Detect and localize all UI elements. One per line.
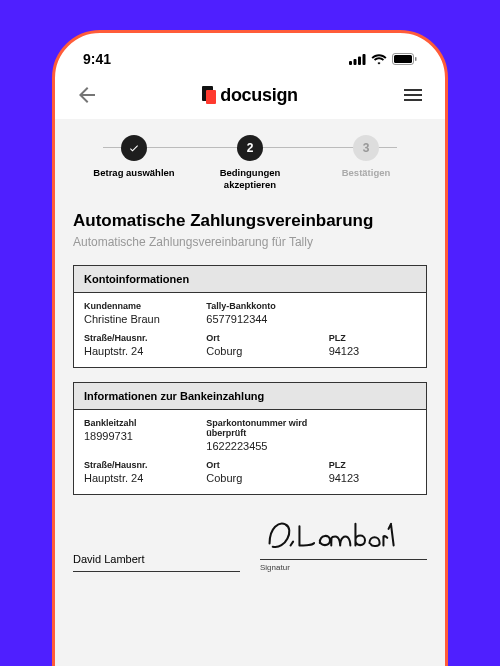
stepper: Betrag auswählen 2 Bedingungen akzeptier… [73,135,427,191]
customer-label: Kundenname [84,301,206,311]
step-1-label: Betrag auswählen [93,167,174,179]
status-icons [349,53,417,65]
signal-icon [349,54,366,65]
check-icon [128,142,140,154]
bank-header: Informationen zur Bankeinzahlung [74,383,426,410]
back-icon[interactable] [75,83,99,107]
signature-caption: Signatur [260,563,427,572]
svg-rect-0 [349,61,352,65]
step-3: 3 Bestätigen [311,135,421,179]
svg-rect-2 [358,56,361,65]
wifi-icon [371,54,387,65]
svg-rect-5 [394,55,412,63]
savings-value: 1622223455 [206,440,328,452]
step-3-label: Bestätigen [342,167,391,179]
bank-city-label: Ort [206,460,328,470]
phone-frame: 9:41 docusign Betrag auswählen 2 Bedingu… [52,30,448,666]
brand-logo: docusign [202,85,298,106]
bank-street-label: Straße/Hausnr. [84,460,206,470]
bankacct-label: Tally-Bankkonto [206,301,328,311]
svg-rect-6 [415,57,417,61]
step-1: Betrag auswählen [79,135,189,179]
account-header: Kontoinformationen [74,266,426,293]
brand-name: docusign [220,85,298,106]
document-title: Automatische Zahlungsvereinbarung [73,211,427,231]
street-value: Hauptstr. 24 [84,345,206,357]
step-2-label: Bedingungen akzeptieren [195,167,305,191]
signer-name: David Lambert [73,553,240,572]
zip-value: 94123 [329,345,416,357]
street-label: Straße/Hausnr. [84,333,206,343]
zip-label: PLZ [329,333,416,343]
app-header: docusign [55,75,445,119]
bank-city-value: Coburg [206,472,328,484]
step-3-circle: 3 [353,135,379,161]
content: Betrag auswählen 2 Bedingungen akzeptier… [55,119,445,666]
city-label: Ort [206,333,328,343]
bank-zip-value: 94123 [329,472,416,484]
svg-rect-1 [354,59,357,65]
status-bar: 9:41 [55,33,445,75]
step-2-circle: 2 [237,135,263,161]
city-value: Coburg [206,345,328,357]
routing-label: Bankleitzahl [84,418,206,428]
docusign-logo-icon [202,86,216,104]
svg-rect-8 [206,90,216,104]
status-time: 9:41 [83,51,111,67]
bankacct-value: 6577912344 [206,313,328,325]
signer-col: David Lambert [73,553,240,572]
menu-icon[interactable] [401,83,425,107]
bank-zip-label: PLZ [329,460,416,470]
signature-row: David Lambert Signatur [73,513,427,572]
step-2: 2 Bedingungen akzeptieren [195,135,305,191]
battery-icon [392,53,417,65]
customer-value: Christine Braun [84,313,206,325]
document-subtitle: Automatische Zahlungsvereinbarung für Ta… [73,235,427,249]
bank-street-value: Hauptstr. 24 [84,472,206,484]
savings-label: Sparkontonummer wird überprüft [206,418,328,438]
account-info-box: Kontoinformationen Kundenname Christine … [73,265,427,368]
signature-image [260,513,400,555]
routing-value: 18999731 [84,430,206,442]
step-1-circle [121,135,147,161]
bank-info-box: Informationen zur Bankeinzahlung Banklei… [73,382,427,495]
signature-col: Signatur [260,513,427,572]
svg-rect-3 [363,54,366,65]
